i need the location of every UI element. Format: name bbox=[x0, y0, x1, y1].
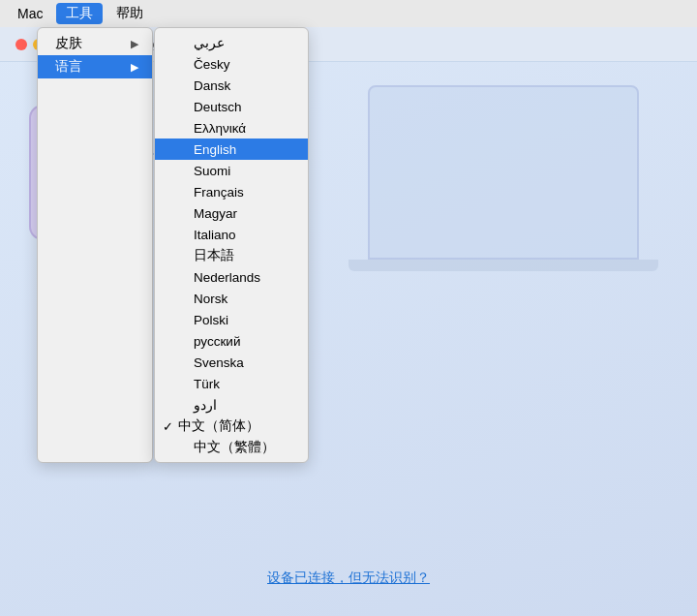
lang-chinese-traditional[interactable]: 中文（繁體） bbox=[155, 437, 308, 458]
lang-swedish[interactable]: Svenska bbox=[155, 352, 308, 373]
laptop-device-illustration bbox=[368, 85, 639, 260]
language-menu-item[interactable]: 语言 ▶ bbox=[38, 55, 152, 78]
lang-hungarian[interactable]: Magyar bbox=[155, 202, 308, 224]
lang-urdu[interactable]: اردو bbox=[155, 394, 308, 416]
lang-arabic[interactable]: عربي bbox=[155, 32, 308, 53]
lang-english[interactable]: English bbox=[155, 139, 308, 160]
menu-mac[interactable]: Mac bbox=[8, 3, 52, 24]
lang-danish[interactable]: Dansk bbox=[155, 75, 308, 96]
skin-arrow-icon: ▶ bbox=[131, 38, 138, 50]
lang-norwegian[interactable]: Norsk bbox=[155, 288, 308, 309]
menu-help[interactable]: 帮助 bbox=[106, 3, 153, 24]
tools-dropdown: 皮肤 ▶ 语言 ▶ عربي Česky Dansk Deutsch Ελλην… bbox=[37, 27, 309, 463]
language-arrow-icon: ▶ bbox=[131, 61, 138, 74]
skin-menu-item[interactable]: 皮肤 ▶ bbox=[38, 32, 152, 55]
lang-czech[interactable]: Česky bbox=[155, 53, 308, 75]
lang-russian[interactable]: русский bbox=[155, 330, 308, 352]
tools-menu: 皮肤 ▶ 语言 ▶ bbox=[37, 27, 153, 463]
lang-french[interactable]: Français bbox=[155, 181, 308, 202]
menu-tools[interactable]: 工具 bbox=[56, 3, 103, 24]
lang-dutch[interactable]: Nederlands bbox=[155, 266, 308, 288]
lang-japanese[interactable]: 日本語 bbox=[155, 245, 308, 266]
close-button[interactable] bbox=[15, 39, 27, 50]
menubar: Mac 工具 帮助 bbox=[0, 0, 697, 27]
lang-german[interactable]: Deutsch bbox=[155, 96, 308, 117]
lang-italian[interactable]: Italiano bbox=[155, 224, 308, 245]
language-submenu: عربي Česky Dansk Deutsch Ελληνικά Englis… bbox=[154, 27, 309, 463]
lang-finnish[interactable]: Suomi bbox=[155, 160, 308, 181]
lang-turkish[interactable]: Türk bbox=[155, 373, 308, 394]
lang-polish[interactable]: Polski bbox=[155, 309, 308, 330]
lang-chinese-simplified[interactable]: ✓ 中文（简体） bbox=[155, 416, 308, 437]
laptop-base-illustration bbox=[348, 260, 658, 271]
lang-greek[interactable]: Ελληνικά bbox=[155, 117, 308, 139]
device-unrecognized-link[interactable]: 设备已连接，但无法识别？ bbox=[267, 570, 430, 587]
